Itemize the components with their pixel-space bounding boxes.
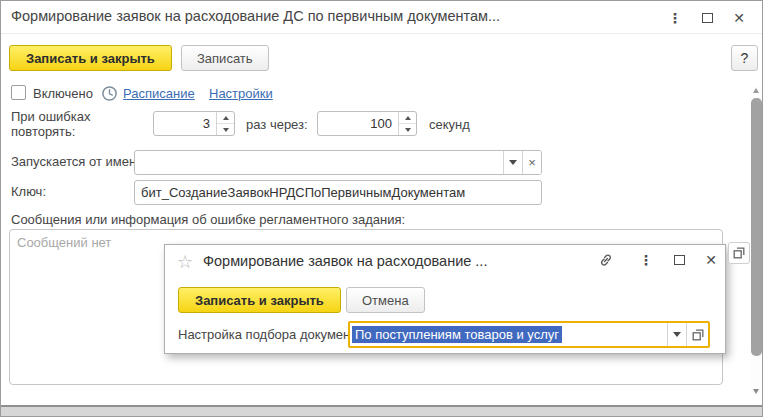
combo-dropdown-button[interactable]	[503, 151, 522, 174]
messages-placeholder: Сообщений нет	[17, 235, 111, 250]
schedule-link[interactable]: Расписание	[123, 86, 195, 101]
key-label: Ключ:	[11, 184, 46, 199]
open-window-icon	[733, 247, 745, 259]
dialog-window: ☆ Формирование заявок на расходование ..…	[164, 244, 726, 354]
scroll-down-icon[interactable]	[753, 389, 759, 394]
run-as-combo[interactable]: ×	[134, 150, 542, 175]
dialog-cancel-button[interactable]: Отмена	[346, 287, 425, 313]
help-button[interactable]: ?	[731, 45, 758, 71]
enabled-label: Включено	[33, 86, 93, 101]
open-in-window-button[interactable]	[728, 242, 750, 264]
scrollbar-thumb[interactable]	[751, 98, 762, 356]
key-value[interactable]: бит_СозданиеЗаявокНРДСПоПервичнымДокумен…	[135, 181, 541, 204]
combo-dropdown-button[interactable]	[667, 323, 686, 346]
retry-interval-value[interactable]: 100	[318, 112, 398, 135]
combo-open-button[interactable]	[686, 323, 708, 346]
retry-label-line2: повторять:	[11, 124, 75, 139]
dialog-save-and-close-button[interactable]: Записать и закрыть	[178, 287, 341, 313]
key-field[interactable]: бит_СозданиеЗаявокНРДСПоПервичнымДокумен…	[134, 180, 542, 205]
messages-label: Сообщения или информация об ошибке регла…	[11, 212, 405, 227]
spin-up-button[interactable]	[399, 112, 416, 124]
save-and-close-button[interactable]: Записать и закрыть	[9, 45, 172, 71]
clock-icon	[101, 85, 118, 106]
settings-link[interactable]: Настройки	[209, 86, 273, 101]
selection-value[interactable]: По поступлениям товаров и услуг	[352, 326, 562, 343]
document-selection-combo[interactable]: По поступлениям товаров и услуг	[348, 321, 710, 348]
dialog-more-menu-icon[interactable]: ⋮	[635, 245, 657, 275]
open-window-icon	[692, 329, 704, 341]
vertical-scrollbar[interactable]	[750, 86, 763, 396]
retry-count-value[interactable]: 3	[154, 112, 216, 135]
retry-label-line1: При ошибках	[11, 109, 91, 124]
run-as-label: Запускается от имени:	[11, 154, 147, 169]
close-icon[interactable]: ✕	[727, 1, 751, 34]
more-menu-icon[interactable]: ⋮	[663, 1, 687, 34]
dialog-title: Формирование заявок на расходование ...	[203, 253, 487, 269]
combo-clear-button[interactable]: ×	[522, 151, 541, 174]
maximize-icon[interactable]	[695, 1, 719, 34]
dialog-maximize-icon[interactable]	[668, 245, 690, 275]
spin-down-button[interactable]	[217, 124, 234, 135]
window-bottom-band	[1, 407, 762, 417]
window-title: Формирование заявок на расходование ДС п…	[11, 8, 500, 24]
retry-interval-spin-buttons	[398, 112, 416, 135]
spin-down-button[interactable]	[399, 124, 416, 135]
main-window: Формирование заявок на расходование ДС п…	[0, 0, 763, 417]
save-button[interactable]: Записать	[181, 45, 269, 71]
selection-setting-label: Настройка подбора документов:	[178, 327, 374, 342]
run-as-value[interactable]	[135, 151, 503, 174]
spin-up-button[interactable]	[217, 112, 234, 124]
dialog-close-icon[interactable]: ✕	[700, 245, 722, 275]
get-link-icon[interactable]	[595, 245, 617, 275]
favorite-star-icon[interactable]: ☆	[177, 251, 193, 273]
main-titlebar: Формирование заявок на расходование ДС п…	[1, 1, 762, 34]
enabled-checkbox[interactable]	[11, 85, 26, 100]
retry-seconds-label: секунд	[429, 117, 470, 132]
retry-count-spin-buttons	[216, 112, 234, 135]
retry-interval-spinner[interactable]: 100	[317, 111, 417, 136]
scroll-up-icon[interactable]	[753, 88, 759, 93]
retry-count-spinner[interactable]: 3	[153, 111, 235, 136]
retry-between-label: раз через:	[246, 117, 308, 132]
